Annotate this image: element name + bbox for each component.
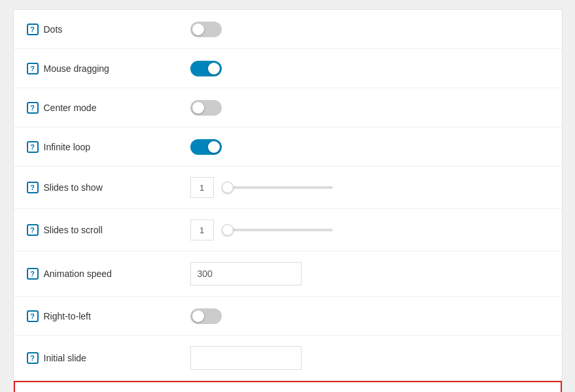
setting-row-center-mode: ?Center mode: [14, 88, 562, 127]
setting-row-initial-slide: ?Initial slide: [14, 336, 562, 381]
setting-control-center-mode: [190, 100, 549, 116]
text-input-initial-slide[interactable]: [190, 346, 302, 370]
toggle-track-dots: [190, 22, 222, 37]
setting-row-slides-to-show: ?Slides to show1: [14, 167, 562, 209]
slider-number-slides-to-scroll: 1: [190, 220, 214, 240]
label-text-center-mode: Center mode: [44, 103, 97, 113]
label-text-initial-slide: Initial slide: [44, 353, 86, 363]
toggle-center-mode[interactable]: [190, 100, 222, 116]
range-input-slides-to-scroll[interactable]: [222, 229, 333, 231]
help-icon-slides-to-scroll[interactable]: ?: [27, 224, 39, 236]
toggle-thumb-infinite-loop: [208, 141, 220, 153]
setting-control-slides-to-show: 1: [190, 177, 549, 198]
setting-label-initial-slide: ?Initial slide: [27, 352, 190, 364]
setting-label-slides-to-show: ?Slides to show: [27, 182, 190, 193]
setting-row-mouse-dragging: ?Mouse dragging: [14, 49, 562, 88]
label-text-slides-to-scroll: Slides to scroll: [44, 225, 103, 235]
setting-control-dots: [190, 22, 549, 37]
toggle-thumb-mouse-dragging: [208, 63, 220, 74]
help-icon-center-mode[interactable]: ?: [27, 102, 39, 114]
setting-label-animation-speed: ?Animation speed: [27, 268, 190, 280]
toggle-thumb-right-to-left: [192, 310, 204, 322]
slider-container-slides-to-scroll: 1: [190, 220, 333, 240]
label-text-infinite-loop: Infinite loop: [44, 142, 91, 152]
setting-label-infinite-loop: ?Infinite loop: [27, 141, 190, 153]
label-text-mouse-dragging: Mouse dragging: [44, 63, 109, 74]
setting-row-slider-captions: ?Slider captions: [14, 381, 562, 392]
settings-panel: ?Dots?Mouse dragging?Center mode?Infinit…: [13, 9, 563, 392]
setting-label-dots: ?Dots: [27, 24, 190, 35]
setting-label-mouse-dragging: ?Mouse dragging: [27, 63, 190, 74]
help-icon-slides-to-show[interactable]: ?: [27, 182, 39, 193]
toggle-mouse-dragging[interactable]: [190, 61, 222, 76]
toggle-track-mouse-dragging: [190, 61, 222, 76]
slider-container-slides-to-show: 1: [190, 177, 333, 198]
setting-row-slides-to-scroll: ?Slides to scroll1: [14, 209, 562, 252]
toggle-track-center-mode: [190, 100, 222, 116]
setting-label-center-mode: ?Center mode: [27, 102, 190, 114]
toggle-track-infinite-loop: [190, 139, 222, 155]
setting-control-mouse-dragging: [190, 61, 549, 76]
help-icon-dots[interactable]: ?: [27, 24, 39, 35]
help-icon-mouse-dragging[interactable]: ?: [27, 63, 39, 74]
setting-label-right-to-left: ?Right-to-left: [27, 310, 190, 322]
label-text-dots: Dots: [44, 24, 63, 35]
setting-row-right-to-left: ?Right-to-left: [14, 297, 562, 336]
setting-control-initial-slide: [190, 346, 549, 370]
setting-control-slides-to-scroll: 1: [190, 220, 549, 240]
toggle-track-right-to-left: [190, 308, 222, 324]
setting-control-animation-speed: [190, 262, 549, 286]
toggle-dots[interactable]: [190, 22, 222, 37]
toggle-thumb-dots: [192, 24, 204, 35]
setting-row-dots: ?Dots: [14, 10, 562, 49]
range-input-slides-to-show[interactable]: [222, 186, 333, 189]
slider-number-slides-to-show: 1: [190, 177, 214, 198]
toggle-thumb-center-mode: [192, 102, 204, 114]
help-icon-infinite-loop[interactable]: ?: [27, 141, 39, 153]
setting-control-right-to-left: [190, 308, 549, 324]
text-input-animation-speed[interactable]: [190, 262, 302, 286]
setting-row-animation-speed: ?Animation speed: [14, 252, 562, 297]
label-text-right-to-left: Right-to-left: [44, 311, 91, 321]
help-icon-right-to-left[interactable]: ?: [27, 310, 39, 322]
setting-row-infinite-loop: ?Infinite loop: [14, 127, 562, 167]
label-text-animation-speed: Animation speed: [44, 269, 112, 279]
toggle-infinite-loop[interactable]: [190, 139, 222, 155]
setting-control-infinite-loop: [190, 139, 549, 155]
help-icon-animation-speed[interactable]: ?: [27, 268, 39, 280]
help-icon-initial-slide[interactable]: ?: [27, 352, 39, 364]
setting-label-slides-to-scroll: ?Slides to scroll: [27, 224, 190, 236]
label-text-slides-to-show: Slides to show: [44, 182, 103, 193]
toggle-right-to-left[interactable]: [190, 308, 222, 324]
